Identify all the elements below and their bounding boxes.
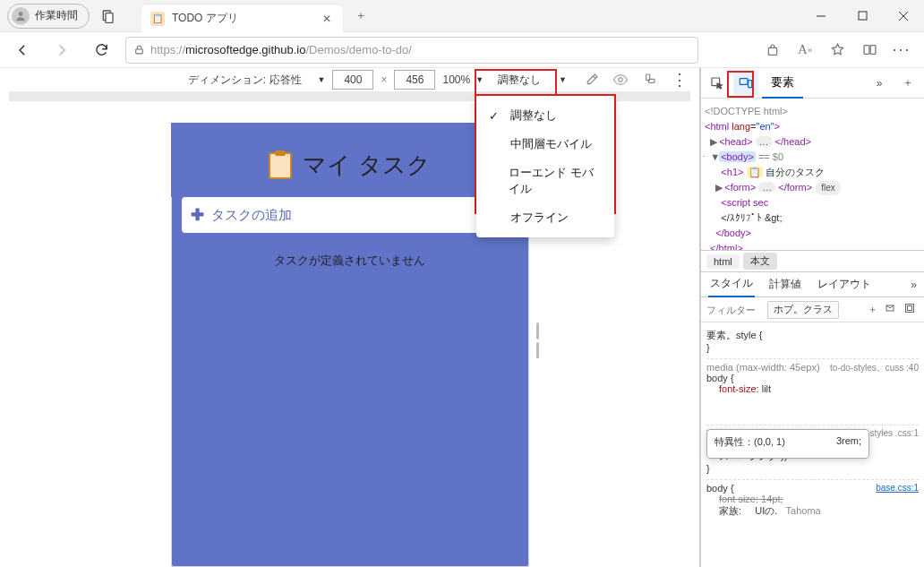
dimension-label: ディメンション: 応答性▼ <box>188 73 326 88</box>
svg-rect-16 <box>749 80 752 87</box>
url-input[interactable]: https://microsoftedge.github.io/Demos/de… <box>125 37 698 64</box>
window-controls <box>800 0 924 32</box>
svg-point-11 <box>619 78 623 82</box>
svg-rect-18 <box>906 305 914 313</box>
maximize-button[interactable] <box>842 0 883 32</box>
eyedropper-icon[interactable] <box>581 69 603 90</box>
chevron-down-icon[interactable]: ▼ <box>318 75 326 84</box>
refresh-button[interactable] <box>86 36 116 64</box>
devtools-tabbar: 要素 » ＋ <box>701 68 924 99</box>
toggle-device-icon[interactable] <box>733 72 758 95</box>
crumb-html[interactable]: html <box>706 254 740 269</box>
dom-breadcrumb[interactable]: html 本文 <box>701 251 924 272</box>
lock-icon <box>133 44 145 56</box>
new-tab-icon[interactable]: ＋ <box>895 72 920 95</box>
simulated-viewport: マイ タスク ✚ タスクの追加 ➜ タスクが定義されていません <box>171 123 529 567</box>
add-task-input[interactable]: タスクの追加 <box>211 207 292 224</box>
tab-title: TODO アプリ <box>172 11 312 26</box>
add-task-row: ✚ タスクの追加 ➜ <box>182 197 518 233</box>
profile-label: 作業時間 <box>35 8 78 23</box>
tab-elements[interactable]: 要素 <box>762 68 803 99</box>
dom-doctype: <!DOCTYPE html> <box>705 104 920 119</box>
throttling-menu: ✓調整なし ✓中間層モバイル ✓ローエンド モバイル ✓オフライン <box>476 96 614 237</box>
toggle-classes-icon[interactable] <box>885 303 899 316</box>
subtab-styles[interactable]: スタイル <box>708 272 755 297</box>
subtabs-overflow-icon[interactable]: » <box>911 279 917 291</box>
crumb-body[interactable]: 本文 <box>743 253 777 270</box>
empty-state-text: タスクが定義されていません <box>171 253 529 269</box>
profile-chip[interactable]: 作業時間 <box>7 4 90 29</box>
width-input[interactable] <box>332 70 373 90</box>
split-screen-icon[interactable] <box>854 36 885 64</box>
computed-toggle-icon[interactable] <box>904 303 919 316</box>
new-tab-button[interactable]: ＋ <box>348 4 373 29</box>
styles-subtabs: スタイル 計算値 レイアウト » <box>701 272 924 297</box>
back-button[interactable] <box>7 36 38 64</box>
device-more-icon[interactable]: ⋮ <box>669 69 690 90</box>
subtab-computed[interactable]: 計算値 <box>767 272 803 297</box>
page-title: マイ タスク <box>303 150 430 181</box>
specificity-tooltip: 特異性：(0,0, 1)3rem; <box>706 429 869 459</box>
profile-avatar-icon <box>12 7 30 25</box>
height-input[interactable] <box>394 70 435 90</box>
close-window-button[interactable] <box>883 0 924 32</box>
settings-more-icon[interactable]: ··· <box>886 36 917 64</box>
svg-rect-15 <box>740 78 748 84</box>
devtools-panel: 要素 » ＋ <!DOCTYPE html> <html lang="en"> … <box>700 68 924 567</box>
throttle-option-offline[interactable]: ✓オフライン <box>476 203 614 232</box>
subtab-layout[interactable]: レイアウト <box>816 272 873 297</box>
rotate-icon[interactable] <box>638 69 660 90</box>
tab-favicon-icon: 📋 <box>150 12 165 26</box>
svg-rect-4 <box>859 12 867 20</box>
minimize-button[interactable] <box>800 0 842 32</box>
hov-class-button[interactable]: ホブ。クラス <box>767 301 839 319</box>
svg-rect-8 <box>768 47 776 55</box>
read-aloud-icon[interactable]: A» <box>790 36 820 64</box>
device-toolbar: ディメンション: 応答性▼ × 100%▼ 調整なし▼ ⋮ <box>0 68 699 91</box>
svg-rect-7 <box>136 49 143 54</box>
svg-rect-10 <box>870 46 876 55</box>
svg-point-0 <box>19 12 23 16</box>
throttle-option-none[interactable]: ✓調整なし <box>476 101 614 130</box>
plus-icon: ✚ <box>191 205 204 225</box>
address-bar: https://microsoftedge.github.io/Demos/de… <box>0 32 924 68</box>
tab-close-icon[interactable]: ✕ <box>320 12 334 26</box>
dom-tree[interactable]: <!DOCTYPE html> <html lang="en"> ▶<head>… <box>701 99 924 251</box>
favorite-icon[interactable] <box>822 36 852 64</box>
collections-icon[interactable] <box>98 7 116 25</box>
styles-filter-row: ホブ。クラス ＋ <box>701 297 924 322</box>
forward-button <box>47 36 77 64</box>
throttle-option-midtier[interactable]: ✓中間層モバイル <box>476 130 614 159</box>
shopping-icon[interactable] <box>757 36 788 64</box>
svg-rect-2 <box>106 13 113 22</box>
url-text: https://microsoftedge.github.io/Demos/de… <box>150 43 412 56</box>
tabs-overflow-icon[interactable]: » <box>867 72 892 95</box>
clipboard-icon <box>269 152 292 179</box>
resize-handle-right[interactable] <box>536 322 545 358</box>
zoom-dropdown[interactable]: 100%▼ <box>442 73 483 86</box>
svg-rect-19 <box>908 306 912 311</box>
window-titlebar: 作業時間 📋 TODO アプリ ✕ ＋ <box>0 0 924 32</box>
svg-rect-9 <box>864 46 869 55</box>
throttling-dropdown[interactable]: 調整なし▼ <box>491 69 574 91</box>
inspect-element-icon[interactable] <box>705 72 730 95</box>
browser-tab[interactable]: 📋 TODO アプリ ✕ <box>141 4 343 33</box>
css-rules-pane[interactable]: 要素。style { } media (max-width: 45epx) bo… <box>701 322 924 567</box>
preview-icon[interactable] <box>610 69 631 90</box>
throttle-option-lowend[interactable]: ✓ローエンド モバイル <box>476 159 614 203</box>
styles-filter-input[interactable] <box>706 305 760 315</box>
new-style-rule-icon[interactable]: ＋ <box>865 303 879 316</box>
dimension-separator: × <box>381 73 387 86</box>
rule-element-style: 要素。style { <box>706 329 919 342</box>
